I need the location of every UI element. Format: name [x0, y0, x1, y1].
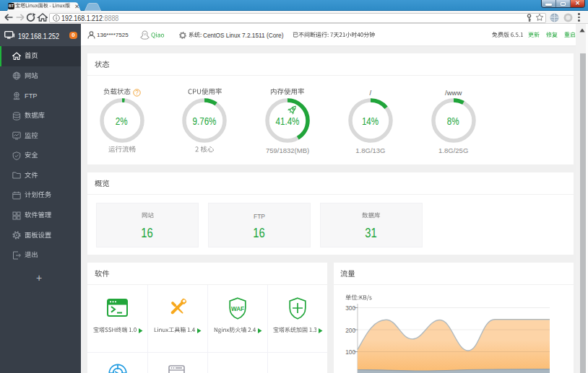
svg-text:?: ?	[135, 89, 139, 96]
svg-text:WAF: WAF	[231, 306, 244, 312]
